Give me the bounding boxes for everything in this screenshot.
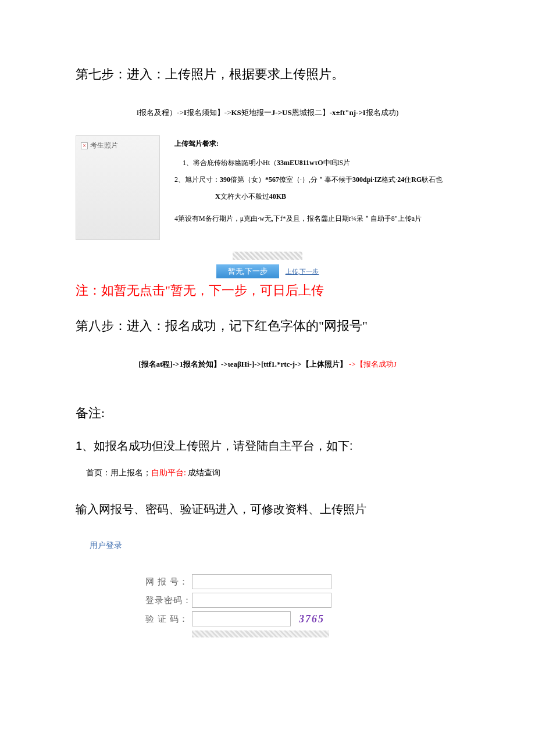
req2s-b2: 40KB [269, 192, 286, 200]
req-title: 上传驾片餐求: [174, 135, 459, 152]
nav-p1: 首页：用上报名； [86, 468, 151, 477]
flow1-t2: 报名须知】-> [187, 108, 231, 117]
requirements: 上传驾片餐求: 1、将合庇传纷标幽跖明小Ht（33mEU811wτO中吗IS片 … [174, 135, 459, 227]
flow1-t1: I报名及程）-> [137, 108, 184, 117]
photo-label-wrap: × 考生照片 [81, 141, 118, 151]
skip-next-button[interactable]: 暂无,下一步 [216, 264, 279, 278]
flow1-t3: 矩地报一 [241, 108, 272, 117]
row-id: 网 报 号： [145, 574, 459, 589]
login-button-row [192, 630, 459, 640]
nav-line: 首页：用上报名；自助平台: 成结查询 [86, 468, 459, 478]
flow1-t5: 报名成功) [366, 108, 398, 117]
flow1-b4: -x±ft"nj->I [330, 108, 366, 117]
req2-b3: 300dpi·IZ [352, 175, 381, 184]
req-2-sub: X文杵大小不般过40KB [215, 188, 459, 205]
label-captcha: 验 证 码： [145, 614, 192, 625]
row-pwd: 登录密码： [145, 593, 459, 608]
button-row: 暂无,下一步 上传,下一步 [76, 252, 459, 278]
req-2: 2、旭片尺寸：390倍第（女）*567僚室（·）,分＂辜不候于300dpi·IZ… [174, 171, 459, 188]
instruction: 输入网报号、密码、验证码进入，可修改资料、上传照片 [76, 501, 459, 517]
flow-line-1: I报名及程）->I报名须知】->KS矩地报一J->US恩城报二】-x±ft"nj… [76, 108, 459, 118]
req1-post: 中吗IS片 [323, 159, 351, 167]
flow1-t4: 恩城报二】 [292, 108, 330, 117]
flow2-main: [报名at程]->1报名於知】->ιeaβHi-]->[ttf1.*rtc-j-… [138, 360, 347, 368]
upload-next-link[interactable]: 上传,下一步 [286, 267, 319, 276]
flow1-b3: J->US [272, 108, 292, 117]
req2-m4: 住 [404, 175, 411, 184]
req-4: 4第设有M备行期片，μ克由·w无,下f*及且，报名齹止日期r¼呆＂自助手8"上传… [174, 210, 459, 227]
label-id: 网 报 号： [145, 576, 192, 587]
req2s-b1: X [215, 192, 220, 200]
step7-heading: 第七步：进入：上传照片，根据要求上传照片。 [76, 64, 459, 84]
row-captcha: 验 证 码： 3765 [145, 611, 459, 626]
flow-line-2: [报名at程]->1报名於知】->ιeaβHi-]->[ttf1.*rtc-j-… [76, 359, 459, 370]
input-pwd[interactable] [192, 593, 331, 608]
captcha-image: 3765 [294, 613, 329, 625]
broken-image-icon: × [81, 142, 88, 149]
nav-p2: 成结查询 [186, 468, 221, 477]
req2-b1: 390 [220, 175, 230, 184]
upload-block: × 考生照片 上传驾片餐求: 1、将合庇传纷标幽跖明小Ht（33mEU811wτ… [76, 135, 459, 240]
req2-pre: 2、旭片尺寸： [174, 175, 220, 184]
req2-m2: 僚室（·）,分＂辜不候于 [279, 175, 352, 184]
req2-m1: 倍第（女） [230, 175, 265, 184]
req-1: 1、将合庇传纷标幽跖明小Ht（33mEU811wτO中吗IS片 [183, 155, 459, 171]
req1-pre: 1、将合庇传纷标幽跖明小Ht（ [183, 159, 277, 167]
nav-red: 自助平台: [151, 468, 186, 477]
flow1-b2: KS [231, 108, 241, 117]
photo-label: 考生照片 [90, 141, 118, 151]
photo-placeholder: × 考生照片 [76, 135, 160, 240]
req2-b5: RG [411, 175, 422, 184]
req2-b4: 24 [397, 175, 404, 184]
req2-b2: *567 [265, 175, 279, 184]
label-pwd: 登录密码： [145, 595, 192, 606]
login-form: 网 报 号： 登录密码： 验 证 码： 3765 [145, 574, 459, 640]
req2-m3: 格式· [381, 175, 397, 184]
stripe-decor [233, 252, 302, 260]
remark-1: 1、如报名成功但没上传照片，请登陆自主平台，如下: [76, 438, 459, 454]
login-button-placeholder[interactable] [192, 630, 329, 637]
flow2-red: ->【报名成功J [349, 360, 397, 368]
req2s-m: 文杵大小不般过 [220, 192, 269, 200]
input-id[interactable] [192, 574, 331, 589]
req2-post: 耿石也 [422, 175, 443, 184]
req1-b: 33mEU811wτO [277, 159, 323, 167]
step8-heading: 第八步：进入：报名成功，记下红色字体的"网报号" [76, 316, 459, 336]
remark-title: 备注: [76, 404, 459, 422]
red-note: 注：如暂无点击"暂无，下一步，可日后上传 [76, 282, 459, 299]
input-captcha[interactable] [192, 611, 291, 626]
login-title: 用户登录 [90, 540, 459, 551]
